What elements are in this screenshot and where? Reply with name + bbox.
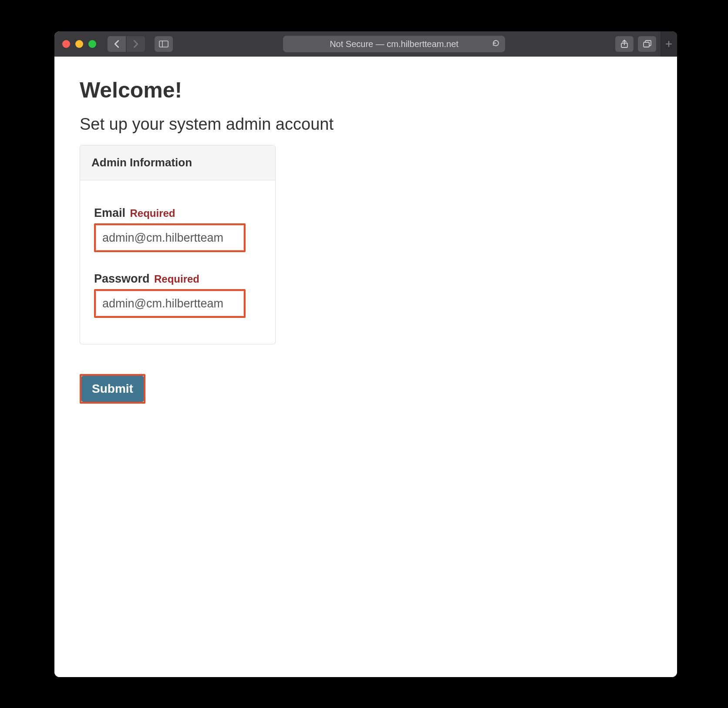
page-content: Welcome! Set up your system admin accoun… (54, 57, 677, 677)
browser-window: Not Secure — cm.hilbertteam.net (54, 31, 677, 677)
email-required-badge: Required (130, 207, 175, 219)
password-required-badge: Required (154, 273, 199, 285)
page-title: Welcome! (80, 78, 652, 103)
password-label: Password (94, 272, 150, 285)
chevron-right-icon (133, 40, 139, 48)
password-input-highlight (94, 289, 246, 318)
panel-body: Email Required Password Required (80, 180, 275, 344)
back-button[interactable] (108, 36, 126, 52)
panel-header: Admin Information (80, 145, 275, 180)
tabs-icon (643, 40, 651, 48)
nav-buttons (108, 36, 145, 52)
page-subtitle: Set up your system admin account (80, 115, 652, 134)
minimize-window-button[interactable] (75, 40, 83, 48)
admin-info-panel: Admin Information Email Required Passwor… (80, 145, 276, 344)
sidebar-icon (159, 40, 169, 47)
svg-rect-0 (159, 41, 168, 47)
plus-icon (665, 40, 672, 47)
chevron-left-icon (114, 40, 120, 48)
maximize-window-button[interactable] (88, 40, 96, 48)
forward-button[interactable] (127, 36, 145, 52)
password-input[interactable] (96, 291, 244, 316)
toolbar-right (615, 31, 669, 57)
new-tab-button[interactable] (661, 31, 677, 57)
tabs-button[interactable] (638, 36, 656, 52)
email-group: Email Required (94, 206, 261, 252)
titlebar: Not Secure — cm.hilbertteam.net (54, 31, 677, 57)
share-icon (620, 40, 628, 48)
email-input-highlight (94, 223, 246, 252)
password-group: Password Required (94, 272, 261, 318)
submit-highlight: Submit (80, 374, 145, 404)
reload-button[interactable] (492, 39, 500, 49)
address-text: Not Secure — cm.hilbertteam.net (330, 39, 458, 49)
submit-button[interactable]: Submit (81, 376, 144, 402)
traffic-lights (62, 40, 96, 48)
sidebar-toggle-button[interactable] (155, 36, 173, 52)
close-window-button[interactable] (62, 40, 70, 48)
reload-icon (492, 39, 500, 47)
address-bar[interactable]: Not Secure — cm.hilbertteam.net (283, 36, 505, 52)
share-button[interactable] (615, 36, 634, 52)
email-input[interactable] (96, 225, 244, 250)
email-label: Email (94, 206, 125, 219)
svg-rect-3 (644, 42, 649, 47)
